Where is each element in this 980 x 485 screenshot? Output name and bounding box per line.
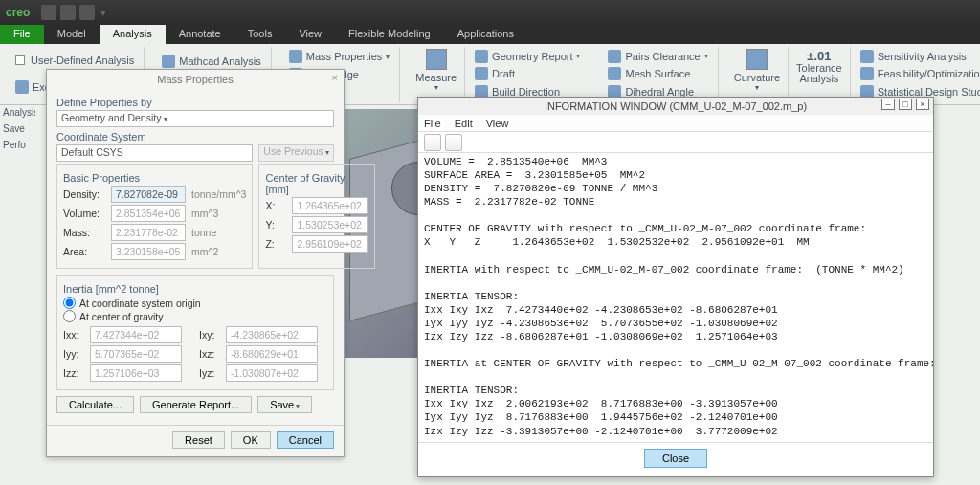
tolerance-analysis-button[interactable]: ±.01 Tolerance Analysis: [789, 47, 851, 102]
ixz-input: [226, 345, 318, 363]
save-button[interactable]: Save: [257, 396, 312, 413]
ok-button[interactable]: OK: [231, 431, 271, 449]
excel-icon: [15, 80, 29, 94]
density-input[interactable]: [111, 186, 186, 203]
tab-file[interactable]: File: [0, 25, 44, 44]
sensitivity-analysis-button[interactable]: Sensitivity Analysis: [857, 49, 980, 64]
user-defined-analysis-button[interactable]: User-Defined Analysis: [11, 54, 138, 67]
minimize-icon[interactable]: –: [881, 99, 895, 110]
draft-button[interactable]: Draft: [471, 66, 584, 81]
radio-origin[interactable]: At coordinate system origin: [63, 297, 327, 309]
maximize-icon[interactable]: □: [899, 99, 912, 110]
sidebar-save[interactable]: Save: [3, 123, 35, 134]
pairs-clearance-button[interactable]: Pairs Clearance: [604, 49, 711, 64]
tab-model[interactable]: Model: [44, 25, 100, 44]
use-previous-button[interactable]: Use Previous: [258, 144, 334, 162]
feasibility-icon: [860, 67, 874, 80]
generate-report-button[interactable]: Generate Report...: [140, 396, 252, 413]
radio-cog[interactable]: At center of gravity: [63, 310, 327, 322]
csys-input[interactable]: Default CSYS: [56, 144, 253, 162]
define-by-head: Define Properties by: [56, 97, 334, 108]
cog-head: Center of Gravity [mm]: [265, 172, 368, 195]
left-sidebar: Analysis Save Perfo: [3, 107, 35, 156]
sidebar-perfo[interactable]: Perfo: [3, 140, 35, 150]
calculate-button[interactable]: Calculate...: [56, 396, 134, 413]
tab-tools[interactable]: Tools: [234, 25, 286, 44]
tab-annotate[interactable]: Annotate: [166, 25, 234, 44]
title-bar: creo ▾: [0, 0, 980, 25]
measure-icon: [426, 49, 447, 70]
info-content-area[interactable]: VOLUME = 2.8513540e+06 MM^3 SURFACE AREA…: [418, 153, 933, 442]
info-toolbar: [418, 132, 933, 153]
tab-flexible[interactable]: Flexible Modeling: [335, 25, 444, 44]
measure-button[interactable]: Measure▾: [408, 47, 465, 102]
menu-tabs: File Model Analysis Annotate Tools View …: [0, 25, 980, 44]
tab-analysis[interactable]: Analysis: [100, 25, 166, 44]
mass-icon: [289, 50, 302, 63]
close-window-icon[interactable]: ×: [916, 99, 929, 110]
csys-head: Coordinate System: [56, 131, 334, 143]
cog-y-input: [292, 216, 368, 233]
curvature-icon: [746, 49, 768, 70]
dialog-title: Mass Properties: [157, 74, 233, 85]
mass-properties-button[interactable]: Mass Properties: [285, 49, 393, 64]
zoom-in-icon[interactable]: [424, 134, 441, 151]
close-icon[interactable]: ×: [332, 72, 338, 83]
geometry-report-button[interactable]: Geometry Report: [471, 49, 584, 64]
geom-icon: [475, 50, 488, 63]
mesh-surface-button[interactable]: Mesh Surface: [604, 66, 711, 81]
inertia-head: Inertia [mm^2 tonne]: [63, 283, 327, 295]
quick-new-icon[interactable]: [79, 5, 95, 20]
info-title-bar[interactable]: INFORMATION WINDOW (CMM_U-02_M-07_002.m_…: [418, 98, 933, 115]
information-window: INFORMATION WINDOW (CMM_U-02_M-07_002.m_…: [417, 97, 934, 477]
mass-properties-dialog: Mass Properties × Define Properties by G…: [46, 69, 345, 457]
info-menu-view[interactable]: View: [486, 118, 509, 129]
tab-applications[interactable]: Applications: [444, 25, 527, 44]
izz-input: [90, 364, 182, 382]
iyz-input: [226, 364, 318, 382]
info-menu-edit[interactable]: Edit: [455, 118, 473, 129]
ixy-input: [226, 326, 318, 343]
cog-z-input: [292, 235, 368, 253]
info-close-button[interactable]: Close: [644, 449, 707, 468]
reset-button[interactable]: Reset: [172, 431, 225, 449]
iyy-input: [90, 345, 182, 363]
info-menubar: File Edit View: [418, 115, 933, 132]
curvature-button[interactable]: Curvature▾: [726, 47, 789, 102]
mass-input: [111, 224, 186, 241]
mathcad-icon: [162, 55, 175, 68]
tab-view[interactable]: View: [285, 25, 335, 44]
sensitivity-icon: [860, 50, 874, 63]
quick-open-icon[interactable]: [60, 5, 76, 20]
info-text: VOLUME = 2.8513540e+06 MM^3 SURFACE AREA…: [424, 155, 927, 442]
app-logo: creo: [6, 6, 30, 19]
cancel-button[interactable]: Cancel: [277, 431, 334, 449]
feasibility-button[interactable]: Feasibility/Optimization: [857, 66, 980, 81]
dialog-title-bar[interactable]: Mass Properties ×: [47, 70, 344, 89]
info-title: INFORMATION WINDOW (CMM_U-02_M-07_002.m_…: [545, 100, 807, 112]
pairs-icon: [608, 50, 621, 63]
volume-input: [111, 205, 186, 222]
info-menu-file[interactable]: File: [424, 118, 441, 129]
tolerance-icon: ±.01: [807, 49, 831, 63]
ixx-input: [90, 326, 182, 343]
draft-icon: [475, 67, 488, 80]
area-input: [111, 243, 186, 260]
zoom-out-icon[interactable]: [445, 134, 462, 151]
quick-save-icon[interactable]: [41, 5, 56, 20]
mesh-icon: [608, 67, 621, 80]
mathcad-analysis-button[interactable]: Mathcad Analysis: [158, 54, 265, 69]
sidebar-analysis[interactable]: Analysis: [3, 107, 35, 118]
cog-x-input: [292, 197, 368, 214]
define-by-select[interactable]: Geometry and Density: [56, 110, 334, 127]
basic-head: Basic Properties: [63, 172, 246, 184]
